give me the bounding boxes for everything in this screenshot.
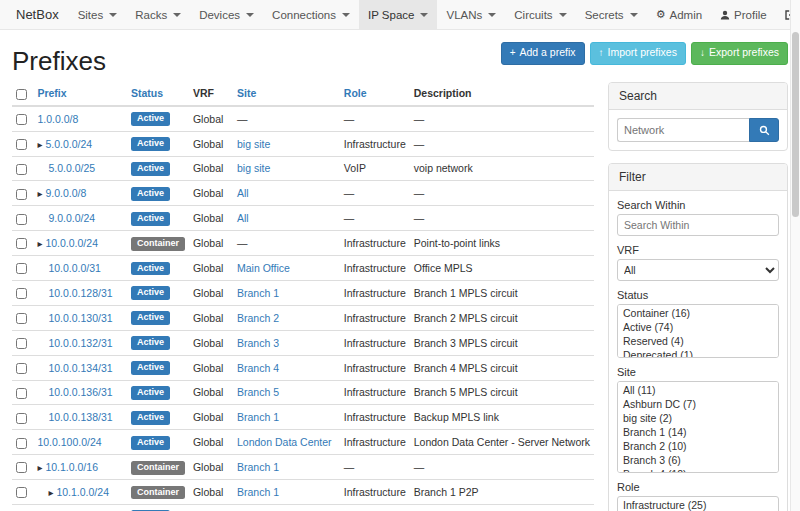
nav-item-sites[interactable]: Sites bbox=[69, 0, 127, 29]
nav-item-secrets[interactable]: Secrets bbox=[576, 0, 647, 29]
chevron-down-icon bbox=[342, 13, 350, 17]
filter-option[interactable]: Branch 2 (10) bbox=[619, 439, 777, 453]
add-prefix-button[interactable]: + Add a prefix bbox=[501, 42, 585, 65]
nav-item-label: VLANs bbox=[446, 9, 482, 21]
row-checkbox[interactable] bbox=[16, 189, 27, 200]
table-row: 10.0.0.0/31ActiveGlobalMain OfficeInfras… bbox=[12, 256, 594, 281]
table-row: 10.0.100.0/24ActiveGlobalLondon Data Cen… bbox=[12, 430, 594, 455]
vrf-select[interactable]: All bbox=[617, 259, 779, 281]
filter-option[interactable]: Branch 4 (12) bbox=[619, 467, 777, 473]
filter-option[interactable]: Branch 1 (14) bbox=[619, 425, 777, 439]
row-checkbox[interactable] bbox=[16, 238, 27, 249]
import-prefixes-button[interactable]: ↑ Import prefixes bbox=[590, 42, 686, 65]
prefix-link[interactable]: 1.0.0.0/8 bbox=[37, 113, 78, 125]
filter-option[interactable]: Container (16) bbox=[619, 306, 777, 320]
site-link[interactable]: Branch 1 bbox=[237, 461, 279, 473]
row-checkbox[interactable] bbox=[16, 114, 27, 125]
filter-option[interactable]: All (11) bbox=[619, 383, 777, 397]
site-link[interactable]: Branch 1 bbox=[237, 486, 279, 498]
site-link[interactable]: Branch 3 bbox=[237, 337, 279, 349]
row-checkbox[interactable] bbox=[16, 164, 27, 175]
site-link[interactable]: All bbox=[237, 212, 249, 224]
prefix-link[interactable]: 5.0.0.0/25 bbox=[48, 162, 95, 174]
prefix-link[interactable]: 10.1.0.0/16 bbox=[45, 461, 98, 473]
filter-option[interactable]: big site (2) bbox=[619, 411, 777, 425]
site-link[interactable]: Branch 5 bbox=[237, 386, 279, 398]
role-select[interactable]: Infrastructure (25)Management (8)Private… bbox=[617, 496, 779, 511]
site-link[interactable]: London Data Center bbox=[237, 436, 332, 448]
prefix-link[interactable]: 10.0.0.130/31 bbox=[48, 312, 112, 324]
prefix-link[interactable]: 10.0.0.134/31 bbox=[48, 362, 112, 374]
filter-option[interactable]: Deprecated (1) bbox=[619, 348, 777, 358]
row-checkbox[interactable] bbox=[16, 413, 27, 424]
prefix-link[interactable]: 5.0.0.0/24 bbox=[45, 138, 92, 150]
col-header-status[interactable]: Status bbox=[131, 87, 163, 99]
col-header-site[interactable]: Site bbox=[237, 87, 256, 99]
site-link[interactable]: big site bbox=[237, 162, 270, 174]
page-header: Prefixes + Add a prefix ↑ Import prefixe… bbox=[0, 30, 800, 82]
nav-item-ip-space[interactable]: IP Space bbox=[359, 0, 437, 29]
search-input[interactable] bbox=[617, 118, 749, 142]
site-link[interactable]: big site bbox=[237, 138, 270, 150]
site-link[interactable]: Branch 1 bbox=[237, 287, 279, 299]
site-select[interactable]: All (11)Ashburn DC (7)big site (2)Branch… bbox=[617, 381, 779, 473]
prefix-link[interactable]: 10.0.0.138/31 bbox=[48, 411, 112, 423]
vrf-cell: Global bbox=[189, 455, 233, 480]
filter-option[interactable]: Active (74) bbox=[619, 320, 777, 334]
search-button[interactable] bbox=[749, 118, 779, 142]
prefix-link[interactable]: 10.0.0.0/31 bbox=[48, 262, 101, 274]
description-cell: Branch 3 MPLS circuit bbox=[410, 330, 594, 355]
col-header-prefix[interactable]: Prefix bbox=[37, 87, 66, 99]
site-link[interactable]: Main Office bbox=[237, 262, 290, 274]
prefix-link[interactable]: 10.0.0.132/31 bbox=[48, 337, 112, 349]
row-checkbox[interactable] bbox=[16, 487, 27, 498]
filter-option[interactable]: Infrastructure (25) bbox=[619, 498, 777, 511]
filter-option[interactable]: Branch 3 (6) bbox=[619, 453, 777, 467]
site-link[interactable]: All bbox=[237, 187, 249, 199]
description-cell: Branch 1 P2P bbox=[410, 480, 594, 505]
row-checkbox[interactable] bbox=[16, 388, 27, 399]
brand[interactable]: NetBox bbox=[6, 0, 69, 29]
row-checkbox[interactable] bbox=[16, 338, 27, 349]
prefix-link[interactable]: 10.0.0.128/31 bbox=[48, 287, 112, 299]
profile-link[interactable]: Profile bbox=[711, 0, 776, 29]
row-checkbox[interactable] bbox=[16, 313, 27, 324]
prefix-link[interactable]: 10.0.0.0/24 bbox=[45, 237, 98, 249]
status-filter-label: Status bbox=[617, 289, 779, 302]
search-within-input[interactable] bbox=[617, 214, 779, 236]
nav-item-racks[interactable]: Racks bbox=[126, 0, 190, 29]
nav-item-circuits[interactable]: Circuits bbox=[505, 0, 575, 29]
page-scrollbar[interactable] bbox=[790, 0, 800, 511]
prefix-link[interactable]: 10.0.100.0/24 bbox=[37, 436, 101, 448]
vrf-cell: Global bbox=[189, 405, 233, 430]
vrf-filter-label: VRF bbox=[617, 244, 779, 257]
row-checkbox[interactable] bbox=[16, 363, 27, 374]
site-link[interactable]: Branch 4 bbox=[237, 362, 279, 374]
select-all-checkbox[interactable] bbox=[16, 89, 27, 100]
filter-option[interactable]: Reserved (4) bbox=[619, 334, 777, 348]
col-header-role[interactable]: Role bbox=[344, 87, 367, 99]
filter-option[interactable]: Ashburn DC (7) bbox=[619, 397, 777, 411]
status-select[interactable]: Container (16)Active (74)Reserved (4)Dep… bbox=[617, 304, 779, 358]
prefix-link[interactable]: 10.0.0.136/31 bbox=[48, 386, 112, 398]
nav-item-devices[interactable]: Devices bbox=[190, 0, 263, 29]
nav-item-connections[interactable]: Connections bbox=[263, 0, 359, 29]
search-panel: Search bbox=[608, 82, 788, 151]
site-link[interactable]: Branch 1 bbox=[237, 411, 279, 423]
prefix-link[interactable]: 9.0.0.0/24 bbox=[48, 212, 95, 224]
row-checkbox[interactable] bbox=[16, 288, 27, 299]
row-checkbox[interactable] bbox=[16, 263, 27, 274]
table-row: ▸9.0.0.0/8ActiveGlobalAll—— bbox=[12, 181, 594, 206]
export-prefixes-button[interactable]: ↓ Export prefixes bbox=[691, 42, 788, 65]
row-checkbox[interactable] bbox=[16, 214, 27, 225]
row-checkbox[interactable] bbox=[16, 438, 27, 449]
prefix-link[interactable]: 10.1.0.0/24 bbox=[56, 486, 109, 498]
scrollbar-thumb[interactable] bbox=[792, 32, 799, 217]
nav-item-vlans[interactable]: VLANs bbox=[437, 0, 505, 29]
site-link[interactable]: Branch 2 bbox=[237, 312, 279, 324]
row-checkbox[interactable] bbox=[16, 462, 27, 473]
prefix-link[interactable]: 9.0.0.0/8 bbox=[45, 187, 86, 199]
role-cell: — bbox=[340, 206, 410, 231]
admin-link[interactable]: ⚙ Admin bbox=[647, 0, 711, 29]
row-checkbox[interactable] bbox=[16, 139, 27, 150]
